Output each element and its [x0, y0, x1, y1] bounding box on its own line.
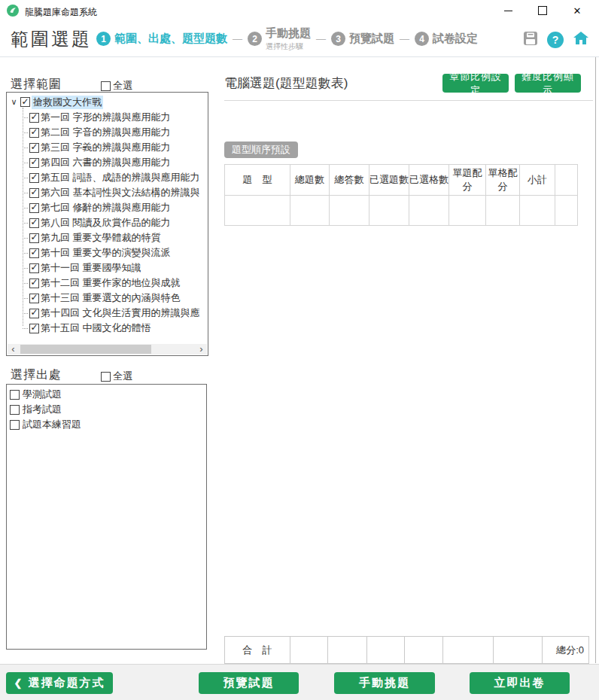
- checkbox[interactable]: [10, 405, 20, 415]
- wizard-steps: 1 範圍、出處、題型題數 — 2 手動挑題 選擇性步驟 — 3 預覽試題 — 4…: [96, 21, 478, 56]
- list-item[interactable]: 指考試題: [7, 402, 206, 417]
- table-cell: [369, 196, 409, 226]
- checkbox[interactable]: ✓: [29, 294, 39, 303]
- tree-item[interactable]: ✓第七回 修辭的辨識與應用能力: [23, 200, 208, 215]
- scrollbar-thumb[interactable]: [20, 345, 151, 354]
- step-4-paper-settings[interactable]: 4 試卷設定: [415, 32, 478, 46]
- back-to-mode-button[interactable]: ❮ 選擇命題方式: [6, 672, 113, 694]
- tree-item[interactable]: ✓第六回 基本詞性與文法結構的辨識與: [23, 185, 208, 200]
- checkbox[interactable]: ✓: [29, 278, 39, 288]
- scroll-left-icon[interactable]: ‹: [8, 344, 19, 355]
- tree-item[interactable]: ✓第十五回 中國文化的體悟: [23, 321, 208, 336]
- question-type-table: 題 型 總題數 總答數 已選題數 已選格數 單題配分 單格配分 小計: [224, 164, 578, 226]
- step-1-range[interactable]: 1 範圍、出處、題型題數: [96, 32, 227, 46]
- chapter-ratio-button[interactable]: 章節比例設定: [442, 74, 509, 93]
- close-button[interactable]: ✕: [560, 0, 594, 21]
- table-cell: [367, 637, 405, 664]
- maximize-button[interactable]: [525, 0, 560, 21]
- summary-row: 合 計 總分:0: [225, 637, 589, 664]
- tree-item[interactable]: ✓第二回 字音的辨識與應用能力: [23, 125, 208, 140]
- range-select-all[interactable]: 全選: [101, 79, 132, 93]
- table-cell: [520, 196, 555, 226]
- manual-pick-button[interactable]: 手動挑題: [334, 672, 435, 694]
- table-cell: [486, 196, 520, 226]
- tree-item[interactable]: ✓第三回 字義的辨識與應用能力: [23, 140, 208, 155]
- range-select-all-checkbox[interactable]: [101, 81, 111, 91]
- range-section-title: 選擇範圍: [11, 77, 62, 93]
- source-select-all-checkbox[interactable]: [101, 372, 111, 382]
- step-separator: —: [400, 33, 409, 44]
- help-icon[interactable]: ?: [547, 32, 564, 48]
- table-cell: [409, 196, 449, 226]
- checkbox[interactable]: ✓: [29, 173, 39, 183]
- checkbox[interactable]: ✓: [29, 324, 39, 333]
- checkbox[interactable]: ✓: [29, 218, 39, 228]
- close-icon: ✕: [573, 5, 582, 17]
- checkbox[interactable]: [10, 390, 20, 400]
- step-2-subtitle: 選擇性步驟: [266, 41, 303, 52]
- tree-item[interactable]: ✓第一回 字形的辨識與應用能力: [23, 110, 208, 125]
- difficulty-ratio-button[interactable]: 難度比例顯示: [515, 74, 581, 93]
- tree-item[interactable]: ✓第十三回 重要選文的內涵與特色: [23, 291, 208, 306]
- table-cell: [443, 637, 494, 664]
- checkbox[interactable]: ✓: [29, 158, 39, 168]
- table-cell: [330, 196, 369, 226]
- table-cell: [494, 637, 543, 664]
- table-cell: [449, 196, 486, 226]
- table-cell: [290, 196, 330, 226]
- tree-item[interactable]: ✓第十回 重要文學的演變與流派: [23, 245, 208, 260]
- checkbox[interactable]: ✓: [29, 128, 39, 138]
- tree-item[interactable]: ✓第四回 六書的辨識與應用能力: [23, 155, 208, 170]
- minimize-button[interactable]: [491, 0, 525, 21]
- tree-item[interactable]: ✓第八回 閱讀及欣賞作品的能力: [23, 215, 208, 230]
- tree-item[interactable]: ✓第五回 詞語、成語的辨識與應用能力: [23, 170, 208, 185]
- app-logo-icon: [6, 4, 20, 17]
- preview-questions-button[interactable]: 預覽試題: [199, 672, 299, 694]
- list-item[interactable]: 試題本練習題: [7, 417, 206, 432]
- col-question-type: 題 型: [225, 165, 290, 196]
- checkbox[interactable]: [10, 420, 20, 430]
- source-section-title: 選擇出處: [11, 367, 62, 383]
- checkbox[interactable]: ✓: [29, 309, 39, 318]
- step-3-preview[interactable]: 3 預覽試題: [331, 32, 394, 46]
- tree-item[interactable]: ✓第九回 重要文學體裁的特質: [23, 230, 208, 245]
- col-total-answers: 總答數: [330, 165, 369, 196]
- summary-label: 合 計: [225, 637, 290, 664]
- save-icon[interactable]: [522, 30, 539, 50]
- source-select-all[interactable]: 全選: [101, 370, 132, 383]
- minimize-icon: [504, 10, 512, 11]
- checkbox[interactable]: ✓: [29, 203, 39, 213]
- list-item[interactable]: 學測試題: [7, 387, 206, 402]
- maximize-icon: [538, 6, 547, 15]
- table-cell: [225, 196, 290, 226]
- col-subtotal: 小計: [520, 165, 555, 196]
- checkbox[interactable]: ✓: [29, 233, 39, 243]
- home-icon[interactable]: [572, 29, 590, 50]
- summary-table: 合 計 總分:0: [224, 636, 589, 664]
- tree-root-item[interactable]: ∨ ✓ 搶救國文大作戰: [7, 94, 208, 110]
- page-title: 範圍選題: [11, 27, 92, 51]
- generate-paper-button[interactable]: 立即出卷: [470, 672, 570, 694]
- range-tree: ∨ ✓ 搶救國文大作戰 ✓第一回 字形的辨識與應用能力 ✓第二回 字音的辨識與應…: [6, 92, 208, 356]
- checkbox[interactable]: ✓: [29, 143, 39, 153]
- caret-down-icon[interactable]: ∨: [9, 97, 19, 107]
- tree-item[interactable]: ✓第十二回 重要作家的地位與成就: [23, 275, 208, 291]
- page-header: 範圍選題 1 範圍、出處、題型題數 — 2 手動挑題 選擇性步驟 — 3 預覽試…: [0, 21, 599, 57]
- question-order-preset-button[interactable]: 題型順序預設: [224, 142, 298, 158]
- tree-item[interactable]: ✓第十四回 文化與生活實用的辨識與應: [23, 306, 208, 321]
- tree-item[interactable]: ✓第十一回 重要國學知識: [23, 260, 208, 275]
- checkbox[interactable]: ✓: [29, 263, 39, 273]
- checkbox[interactable]: ✓: [20, 97, 30, 107]
- footer-bar: ❮ 選擇命題方式 預覽試題 手動挑題 立即出卷: [0, 664, 599, 700]
- checkbox[interactable]: ✓: [29, 188, 39, 198]
- checkbox[interactable]: ✓: [29, 113, 39, 123]
- table-header-row: 題 型 總題數 總答數 已選題數 已選格數 單題配分 單格配分 小計: [225, 165, 578, 196]
- table-cell: [328, 637, 367, 664]
- step-2-manual-pick[interactable]: 2 手動挑題 選擇性步驟: [248, 26, 311, 52]
- col-selected-questions: 已選題數: [369, 165, 409, 196]
- scroll-right-icon[interactable]: ›: [196, 344, 207, 355]
- step-1-badge: 1: [96, 32, 111, 46]
- checkbox[interactable]: ✓: [29, 248, 39, 258]
- panel-right-border: [595, 57, 596, 663]
- horizontal-scrollbar[interactable]: ‹ ›: [8, 344, 207, 355]
